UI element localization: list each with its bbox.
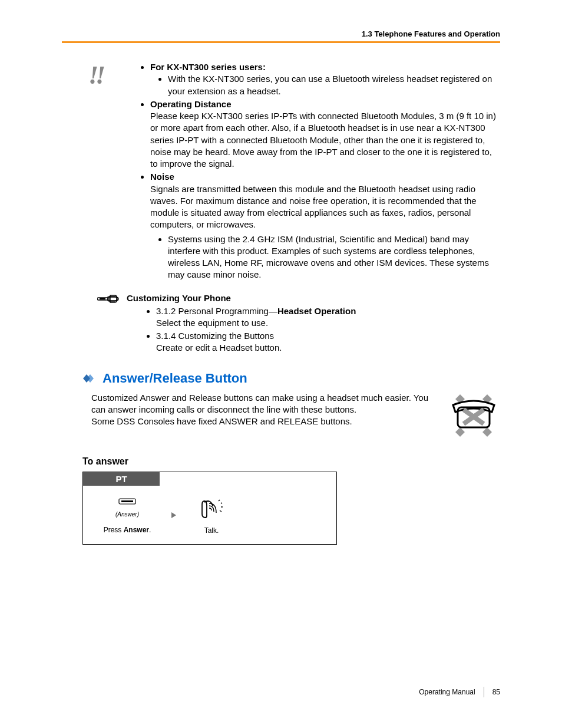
page-header-section: 1.3 Telephone Features and Operation <box>362 29 500 38</box>
page-footer: Operating Manual 85 <box>419 687 500 697</box>
section-heading: Answer/Release Button <box>82 371 500 386</box>
note-block: !! For KX-NT300 series users: With the K… <box>91 61 500 281</box>
exclamation-icon: !! <box>88 64 103 86</box>
step-text: . <box>149 526 151 534</box>
note-title: Operating Distance <box>150 99 232 109</box>
diamond-icon <box>82 373 98 384</box>
button-label: (Answer) <box>95 511 160 518</box>
note-subitem: Systems using the 2.4 GHz ISM (Industria… <box>168 233 500 281</box>
ref-desc: Select the equipment to use. <box>156 318 268 328</box>
note-title: For KX-NT300 series users: <box>150 62 266 72</box>
note-body: Signals are transmitted between this mod… <box>150 183 500 231</box>
procedure-step: Talk. <box>188 498 235 535</box>
procedure-heading: To answer <box>82 456 500 467</box>
note-subitem: With the KX-NT300 series, you can use a … <box>168 73 500 97</box>
customizing-block: Customizing Your Phone 3.1.2 Personal Pr… <box>91 293 500 354</box>
step-text: Press <box>104 526 124 534</box>
note-item: Operating Distance Please keep KX-NT300 … <box>150 98 500 170</box>
step-bold: Answer <box>124 526 149 534</box>
procedure-box: PT (Answer) Press Answer. <box>82 472 337 545</box>
note-body: Please keep KX-NT300 series IP-PTs with … <box>150 110 500 170</box>
note-item: Noise Signals are transmitted between th… <box>150 171 500 281</box>
footer-divider <box>484 687 484 697</box>
svg-rect-2 <box>121 500 133 502</box>
customizing-title: Customizing Your Phone <box>127 293 231 303</box>
ref-text: 3.1.4 Customizing the Buttons <box>156 331 274 341</box>
answer-button-icon <box>115 498 139 512</box>
ref-desc: Create or edit a Headset button. <box>156 342 282 353</box>
section-title: Answer/Release Button <box>103 371 247 386</box>
phone-hangup-icon <box>447 392 500 441</box>
talk-icon <box>199 515 224 523</box>
customizing-item: 3.1.2 Personal Programming—Headset Opera… <box>156 305 500 330</box>
procedure-step: (Answer) Press Answer. <box>95 498 160 534</box>
ref-text: 3.1.2 Personal Programming— <box>156 306 277 316</box>
section-body: Customized Answer and Release buttons ca… <box>91 392 438 416</box>
note-title: Noise <box>150 172 174 182</box>
customizing-item: 3.1.4 Customizing the Buttons Create or … <box>156 330 500 354</box>
step-text: Talk. <box>188 526 235 535</box>
pt-label: PT <box>83 472 160 486</box>
ref-bold: Headset Operation <box>277 306 356 316</box>
footer-page-number: 85 <box>492 688 500 696</box>
header-divider <box>62 41 500 43</box>
footer-manual: Operating Manual <box>419 688 475 696</box>
pointing-hand-icon <box>97 292 120 308</box>
section-body: Some DSS Consoles have fixed ANSWER and … <box>91 416 438 427</box>
note-item: For KX-NT300 series users: With the KX-N… <box>150 61 500 97</box>
arrow-right-icon <box>170 511 177 521</box>
